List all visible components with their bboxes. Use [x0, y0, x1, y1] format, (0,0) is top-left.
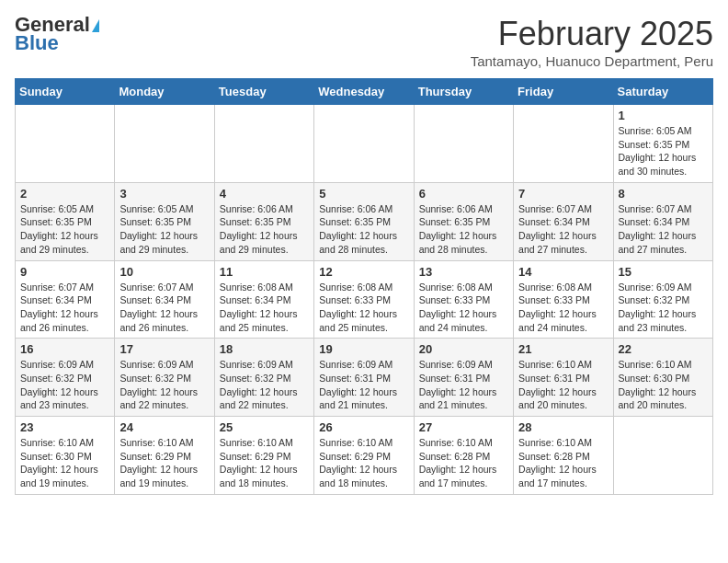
calendar-week-row: 23Sunrise: 6:10 AMSunset: 6:30 PMDayligh…	[16, 417, 713, 495]
day-info: Sunrise: 6:07 AMSunset: 6:34 PMDaylight:…	[119, 281, 209, 335]
calendar-cell: 25Sunrise: 6:10 AMSunset: 6:29 PMDayligh…	[214, 417, 313, 495]
calendar-cell: 19Sunrise: 6:09 AMSunset: 6:31 PMDayligh…	[314, 339, 414, 417]
weekday-header-saturday: Saturday	[613, 79, 712, 105]
day-number: 17	[119, 342, 209, 356]
day-info: Sunrise: 6:07 AMSunset: 6:34 PMDaylight:…	[619, 202, 708, 257]
calendar-cell: 26Sunrise: 6:10 AMSunset: 6:29 PMDayligh…	[314, 417, 414, 495]
day-info: Sunrise: 6:10 AMSunset: 6:28 PMDaylight:…	[518, 436, 608, 490]
day-info: Sunrise: 6:10 AMSunset: 6:29 PMDaylight:…	[319, 436, 408, 490]
day-number: 14	[518, 265, 608, 279]
calendar-cell: 12Sunrise: 6:08 AMSunset: 6:33 PMDayligh…	[314, 260, 414, 339]
day-info: Sunrise: 6:09 AMSunset: 6:31 PMDaylight:…	[319, 358, 408, 412]
calendar-cell: 20Sunrise: 6:09 AMSunset: 6:31 PMDayligh…	[414, 339, 513, 417]
calendar-cell: 17Sunrise: 6:09 AMSunset: 6:32 PMDayligh…	[115, 339, 214, 417]
page-header: General Blue February 2025 Tantamayo, Hu…	[15, 15, 713, 69]
day-info: Sunrise: 6:09 AMSunset: 6:31 PMDaylight:…	[419, 358, 508, 412]
calendar-week-row: 16Sunrise: 6:09 AMSunset: 6:32 PMDayligh…	[16, 339, 713, 417]
calendar-cell	[16, 105, 115, 183]
day-number: 20	[419, 342, 508, 356]
day-number: 25	[220, 420, 309, 434]
calendar-cell: 18Sunrise: 6:09 AMSunset: 6:32 PMDayligh…	[214, 339, 313, 417]
calendar-cell: 15Sunrise: 6:09 AMSunset: 6:32 PMDayligh…	[613, 260, 712, 339]
day-number: 26	[319, 420, 408, 434]
day-number: 27	[419, 420, 508, 434]
day-number: 22	[619, 342, 708, 356]
weekday-header-row: SundayMondayTuesdayWednesdayThursdayFrid…	[16, 79, 713, 105]
day-info: Sunrise: 6:05 AMSunset: 6:35 PMDaylight:…	[619, 124, 708, 178]
day-info: Sunrise: 6:09 AMSunset: 6:32 PMDaylight:…	[20, 358, 109, 412]
logo-triangle-icon	[92, 19, 99, 32]
calendar-cell	[214, 105, 313, 183]
calendar-cell	[314, 105, 414, 183]
day-info: Sunrise: 6:10 AMSunset: 6:29 PMDaylight:…	[119, 436, 209, 490]
month-title: February 2025	[471, 15, 713, 53]
day-info: Sunrise: 6:10 AMSunset: 6:30 PMDaylight:…	[20, 436, 109, 490]
calendar-cell: 11Sunrise: 6:08 AMSunset: 6:34 PMDayligh…	[214, 260, 313, 339]
logo: General Blue	[15, 15, 99, 53]
day-number: 9	[20, 265, 109, 279]
weekday-header-monday: Monday	[115, 79, 214, 105]
calendar-cell: 24Sunrise: 6:10 AMSunset: 6:29 PMDayligh…	[115, 417, 214, 495]
day-number: 10	[119, 265, 209, 279]
day-info: Sunrise: 6:10 AMSunset: 6:29 PMDaylight:…	[220, 436, 309, 490]
calendar-table: SundayMondayTuesdayWednesdayThursdayFrid…	[15, 78, 713, 495]
header-right: February 2025 Tantamayo, Huanuco Departm…	[471, 15, 713, 69]
weekday-header-wednesday: Wednesday	[314, 79, 414, 105]
day-info: Sunrise: 6:09 AMSunset: 6:32 PMDaylight:…	[220, 358, 309, 412]
weekday-header-friday: Friday	[514, 79, 613, 105]
day-number: 19	[319, 342, 408, 356]
day-info: Sunrise: 6:05 AMSunset: 6:35 PMDaylight:…	[119, 202, 209, 257]
day-info: Sunrise: 6:08 AMSunset: 6:33 PMDaylight:…	[319, 281, 408, 335]
day-number: 18	[220, 342, 309, 356]
day-info: Sunrise: 6:06 AMSunset: 6:35 PMDaylight:…	[419, 202, 508, 257]
calendar-cell: 14Sunrise: 6:08 AMSunset: 6:33 PMDayligh…	[514, 260, 613, 339]
calendar-cell: 10Sunrise: 6:07 AMSunset: 6:34 PMDayligh…	[115, 260, 214, 339]
calendar-cell: 2Sunrise: 6:05 AMSunset: 6:35 PMDaylight…	[16, 182, 115, 260]
day-number: 15	[619, 265, 708, 279]
day-number: 4	[220, 187, 309, 201]
day-info: Sunrise: 6:08 AMSunset: 6:33 PMDaylight:…	[518, 281, 608, 335]
day-info: Sunrise: 6:07 AMSunset: 6:34 PMDaylight:…	[20, 281, 109, 335]
day-info: Sunrise: 6:10 AMSunset: 6:28 PMDaylight:…	[419, 436, 508, 490]
day-number: 3	[119, 187, 209, 201]
calendar-header: SundayMondayTuesdayWednesdayThursdayFrid…	[16, 79, 713, 105]
calendar-body: 1Sunrise: 6:05 AMSunset: 6:35 PMDaylight…	[16, 105, 713, 495]
weekday-header-sunday: Sunday	[16, 79, 115, 105]
day-info: Sunrise: 6:08 AMSunset: 6:33 PMDaylight:…	[419, 281, 508, 335]
calendar-cell: 4Sunrise: 6:06 AMSunset: 6:35 PMDaylight…	[214, 182, 313, 260]
calendar-cell	[414, 105, 513, 183]
calendar-cell: 13Sunrise: 6:08 AMSunset: 6:33 PMDayligh…	[414, 260, 513, 339]
day-number: 6	[419, 187, 508, 201]
day-number: 12	[319, 265, 408, 279]
calendar-cell: 8Sunrise: 6:07 AMSunset: 6:34 PMDaylight…	[613, 182, 712, 260]
day-number: 13	[419, 265, 508, 279]
day-number: 28	[518, 420, 608, 434]
day-info: Sunrise: 6:09 AMSunset: 6:32 PMDaylight:…	[119, 358, 209, 412]
day-number: 2	[20, 187, 109, 201]
calendar-cell: 6Sunrise: 6:06 AMSunset: 6:35 PMDaylight…	[414, 182, 513, 260]
calendar-cell: 28Sunrise: 6:10 AMSunset: 6:28 PMDayligh…	[514, 417, 613, 495]
calendar-cell	[115, 105, 214, 183]
day-number: 16	[20, 342, 109, 356]
day-number: 11	[220, 265, 309, 279]
calendar-cell: 21Sunrise: 6:10 AMSunset: 6:31 PMDayligh…	[514, 339, 613, 417]
calendar-cell: 22Sunrise: 6:10 AMSunset: 6:30 PMDayligh…	[613, 339, 712, 417]
weekday-header-tuesday: Tuesday	[214, 79, 313, 105]
day-info: Sunrise: 6:07 AMSunset: 6:34 PMDaylight:…	[518, 202, 608, 257]
calendar-cell: 7Sunrise: 6:07 AMSunset: 6:34 PMDaylight…	[514, 182, 613, 260]
location-text: Tantamayo, Huanuco Department, Peru	[471, 53, 713, 69]
calendar-cell: 3Sunrise: 6:05 AMSunset: 6:35 PMDaylight…	[115, 182, 214, 260]
day-info: Sunrise: 6:06 AMSunset: 6:35 PMDaylight:…	[220, 202, 309, 257]
calendar-cell: 9Sunrise: 6:07 AMSunset: 6:34 PMDaylight…	[16, 260, 115, 339]
calendar-week-row: 2Sunrise: 6:05 AMSunset: 6:35 PMDaylight…	[16, 182, 713, 260]
day-info: Sunrise: 6:10 AMSunset: 6:30 PMDaylight:…	[619, 358, 708, 412]
day-info: Sunrise: 6:05 AMSunset: 6:35 PMDaylight:…	[20, 202, 109, 257]
calendar-week-row: 1Sunrise: 6:05 AMSunset: 6:35 PMDaylight…	[16, 105, 713, 183]
day-info: Sunrise: 6:08 AMSunset: 6:34 PMDaylight:…	[220, 281, 309, 335]
day-info: Sunrise: 6:06 AMSunset: 6:35 PMDaylight:…	[319, 202, 408, 257]
calendar-cell: 16Sunrise: 6:09 AMSunset: 6:32 PMDayligh…	[16, 339, 115, 417]
calendar-cell: 23Sunrise: 6:10 AMSunset: 6:30 PMDayligh…	[16, 417, 115, 495]
calendar-cell: 1Sunrise: 6:05 AMSunset: 6:35 PMDaylight…	[613, 105, 712, 183]
day-number: 1	[619, 109, 708, 122]
day-number: 7	[518, 187, 608, 201]
